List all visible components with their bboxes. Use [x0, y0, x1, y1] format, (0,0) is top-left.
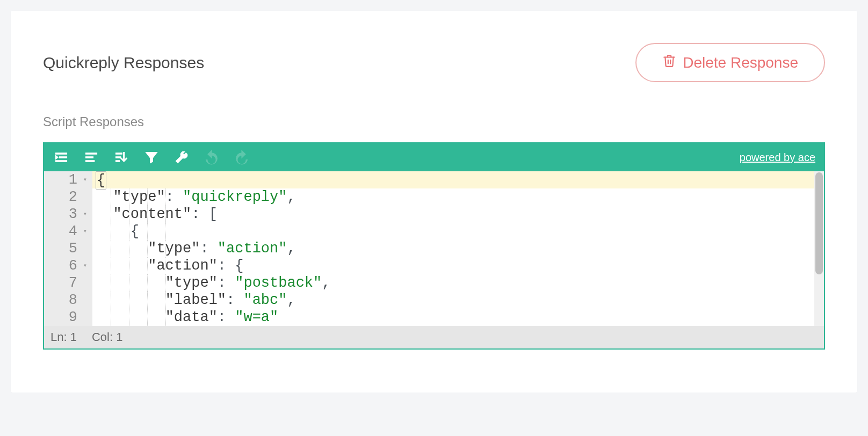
align-left-icon[interactable]	[83, 149, 100, 166]
line-number: 4	[59, 223, 77, 240]
redo-icon[interactable]	[233, 149, 250, 166]
gutter-row: 6▾	[44, 257, 87, 274]
line-number-gutter: 1▾23▾4▾56▾789	[44, 171, 92, 326]
code-line[interactable]: {	[92, 223, 824, 240]
page-title: Quickreply Responses	[43, 54, 204, 72]
delete-button-label: Delete Response	[683, 54, 798, 71]
gutter-row: 3▾	[44, 206, 87, 223]
card-header: Quickreply Responses Delete Response	[43, 43, 825, 82]
fold-marker-icon[interactable]: ▾	[81, 228, 87, 235]
scrollbar-thumb[interactable]	[815, 172, 823, 274]
fold-marker-icon[interactable]: ▾	[81, 211, 87, 217]
line-number: 5	[59, 240, 77, 257]
code-line[interactable]: {	[92, 171, 824, 188]
code-area[interactable]: 1▾23▾4▾56▾789 { "type": "quickreply", "c…	[44, 171, 824, 326]
editor-toolbar: powered by ace	[44, 143, 824, 171]
code-lines[interactable]: { "type": "quickreply", "content": [ { "…	[92, 171, 824, 326]
powered-by-link[interactable]: powered by ace	[740, 151, 815, 164]
gutter-row: 9	[44, 309, 87, 326]
code-editor: powered by ace 1▾23▾4▾56▾789 { "type": "…	[43, 142, 825, 350]
status-line: Ln: 1	[50, 330, 77, 344]
line-number: 3	[59, 206, 77, 223]
trash-icon	[662, 54, 676, 71]
gutter-row: 8	[44, 292, 87, 309]
status-col: Col: 1	[92, 330, 122, 344]
fold-marker-icon	[81, 245, 87, 252]
code-line[interactable]: "data": "w=a"	[92, 309, 824, 326]
code-line[interactable]: "type": "postback",	[92, 274, 824, 292]
fold-marker-icon	[81, 280, 87, 286]
line-number: 7	[59, 274, 77, 292]
gutter-row: 5	[44, 240, 87, 257]
editor-scrollbar[interactable]	[814, 171, 824, 326]
code-line[interactable]: "label": "abc",	[92, 292, 824, 309]
gutter-row: 7	[44, 274, 87, 292]
undo-icon[interactable]	[203, 149, 220, 166]
code-line[interactable]: "content": [	[92, 206, 824, 223]
fold-marker-icon[interactable]: ▾	[81, 177, 87, 183]
code-line[interactable]: "action": {	[92, 257, 824, 274]
editor-statusbar: Ln: 1 Col: 1	[44, 326, 824, 348]
line-number: 8	[59, 292, 77, 309]
filter-icon[interactable]	[143, 149, 160, 166]
wrench-icon[interactable]	[173, 149, 190, 166]
sort-icon[interactable]	[113, 149, 130, 166]
fold-marker-icon	[81, 314, 87, 321]
gutter-row: 4▾	[44, 223, 87, 240]
indent-right-icon[interactable]	[53, 149, 70, 166]
code-line[interactable]: "type": "quickreply",	[92, 188, 824, 206]
responses-card: Quickreply Responses Delete Response Scr…	[11, 11, 857, 393]
fold-marker-icon	[81, 194, 87, 200]
code-line[interactable]: "type": "action",	[92, 240, 824, 257]
gutter-row: 2	[44, 188, 87, 206]
fold-marker-icon[interactable]: ▾	[81, 263, 87, 269]
line-number: 6	[59, 257, 77, 274]
line-number: 9	[59, 309, 77, 326]
delete-response-button[interactable]: Delete Response	[635, 43, 825, 82]
fold-marker-icon	[81, 297, 87, 303]
line-number: 2	[59, 188, 77, 206]
gutter-row: 1▾	[44, 171, 87, 188]
line-number: 1	[59, 171, 77, 188]
section-label: Script Responses	[43, 114, 825, 129]
